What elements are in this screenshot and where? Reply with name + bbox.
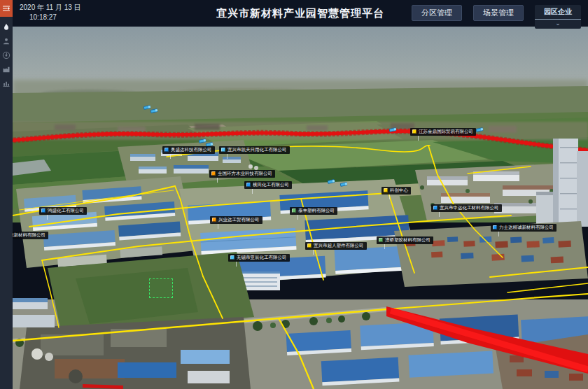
truck-icon[interactable]	[328, 179, 335, 184]
company-marker-icon	[433, 206, 438, 210]
time-text: 10:18:27	[29, 13, 81, 22]
company-label-text: 全国环方木业科技有限公司	[218, 171, 272, 176]
company-label[interactable]: 宜兴市凯天日用化工有限公司	[219, 146, 290, 154]
company-label-text: 漕桥塑胶材料有限公司	[385, 238, 430, 243]
company-label-text: 宜兴市凯天日用化工有限公司	[227, 148, 287, 153]
company-label[interactable]: 力士达精诚新材料有限公司	[491, 224, 556, 232]
company-label-text: 江苏金鼎国际贸易有限公司	[419, 129, 473, 134]
factory-icon[interactable]	[2, 65, 10, 73]
company-marker-icon	[41, 208, 46, 213]
truck-icon[interactable]	[150, 108, 158, 113]
company-marker-icon	[384, 188, 388, 192]
company-marker-icon	[412, 129, 416, 134]
company-label-text: 兴业达工贸有限公司	[218, 218, 260, 222]
company-label-text: 宜兴市超人塑件有限公司	[314, 243, 364, 248]
company-label[interactable]: 兴达源新材料有限公司	[13, 232, 48, 239]
zone-management-button[interactable]: 分区管理	[412, 5, 462, 21]
company-label[interactable]: 兴业达工贸有限公司	[210, 216, 262, 224]
map-overlay: 奥盛达科技有限公司宜兴市凯天日用化工有限公司全国环方木业科技有限公司横田化工有限…	[13, 27, 588, 389]
company-label-text: 力士达精诚新材料有限公司	[499, 225, 554, 230]
company-label[interactable]: 科创中心	[382, 187, 411, 194]
truck-icon[interactable]	[389, 127, 397, 132]
park-enterprise-dropdown[interactable]: 园区企业 ⌄	[535, 5, 581, 29]
company-marker-icon	[307, 243, 312, 248]
map-3d-viewport[interactable]: 奥盛达科技有限公司宜兴市凯天日用化工有限公司全国环方木业科技有限公司横田化工有限…	[13, 27, 588, 389]
company-marker-icon	[221, 148, 225, 152]
datetime-display: 2020 年 11 月 13 日 10:18:27	[20, 3, 81, 22]
company-marker-icon	[164, 148, 169, 152]
company-label-text: 兴达源新材料有限公司	[13, 233, 46, 238]
chevron-down-icon: ⌄	[535, 20, 581, 29]
company-label[interactable]: 鸿盛化工有限公司	[39, 207, 87, 215]
company-label[interactable]: 奥盛达科技有限公司	[162, 146, 215, 154]
company-label-text: 科创中心	[390, 188, 408, 193]
app-window: 2020 年 11 月 13 日 10:18:27 宜兴市新材料产业园智慧管理平…	[0, 0, 588, 389]
scene-management-button[interactable]: 场景管理	[473, 5, 524, 21]
date-text: 2020 年 11 月 13 日	[20, 3, 81, 12]
selection-box	[149, 278, 173, 298]
worker-icon[interactable]	[2, 37, 10, 45]
company-label[interactable]: 宜兴市超人塑件有限公司	[305, 242, 367, 250]
company-label-text: 鸿盛化工有限公司	[48, 208, 84, 213]
truck-icon[interactable]	[199, 139, 206, 143]
company-marker-icon	[246, 183, 251, 187]
company-label-text: 横田化工有限公司	[253, 183, 289, 188]
fire-icon[interactable]	[2, 23, 10, 31]
menu-icon	[2, 4, 10, 13]
truck-icon[interactable]	[144, 105, 151, 110]
company-label-text: 宜兴市中远化工材料有限公司	[440, 206, 499, 211]
company-label-text: 无锡市亚辰化工有限公司	[237, 255, 287, 260]
dropdown-label: 园区企业	[535, 5, 581, 20]
company-label-text: 泰丰塑料有限公司	[298, 208, 335, 213]
company-label[interactable]: 无锡市亚辰化工有限公司	[228, 254, 290, 262]
company-label[interactable]: 漕桥塑胶材料有限公司	[377, 236, 433, 244]
power-icon[interactable]	[2, 51, 10, 59]
company-label[interactable]: 江苏金鼎国际贸易有限公司	[410, 128, 476, 136]
top-bar: 2020 年 11 月 13 日 10:18:27 宜兴市新材料产业园智慧管理平…	[13, 0, 588, 27]
truck-icon[interactable]	[476, 127, 484, 132]
company-label[interactable]: 泰丰塑料有限公司	[290, 207, 337, 215]
chart-icon[interactable]	[2, 79, 10, 87]
company-marker-icon	[230, 255, 234, 260]
company-label[interactable]: 横田化工有限公司	[244, 181, 292, 189]
left-toolbar	[0, 0, 13, 389]
company-marker-icon	[292, 208, 296, 213]
company-marker-icon	[212, 218, 216, 222]
company-label[interactable]: 宜兴市中远化工材料有限公司	[431, 204, 502, 212]
truck-icon[interactable]	[340, 182, 348, 187]
company-label-text: 奥盛达科技有限公司	[171, 148, 212, 153]
company-marker-icon	[211, 171, 216, 176]
company-marker-icon	[493, 225, 497, 229]
menu-toggle-button[interactable]	[0, 0, 13, 17]
company-label[interactable]: 全国环方木业科技有限公司	[209, 170, 275, 178]
company-marker-icon	[379, 238, 383, 242]
